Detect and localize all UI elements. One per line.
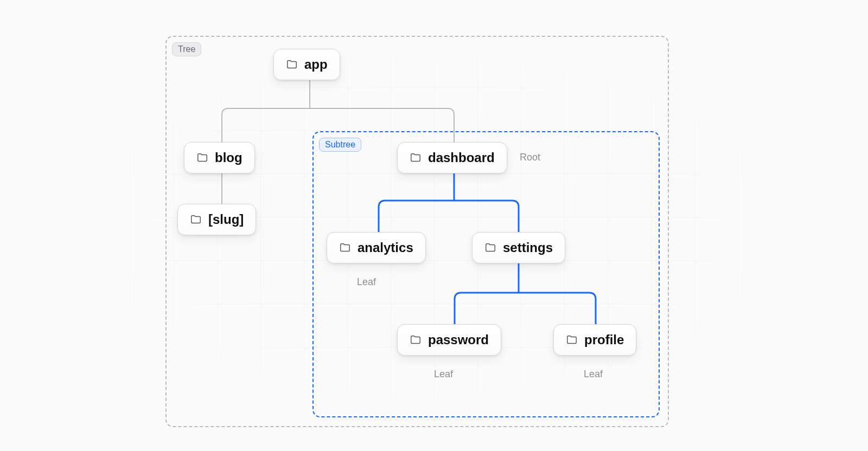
- node-label: dashboard: [428, 150, 495, 165]
- node-label: blog: [215, 150, 242, 165]
- annotation-leaf-analytics: Leaf: [357, 276, 376, 288]
- folder-icon: [196, 152, 208, 164]
- node-label: profile: [584, 332, 624, 347]
- node-password[interactable]: password: [397, 324, 501, 356]
- folder-icon: [190, 214, 202, 226]
- folder-icon: [410, 152, 422, 164]
- node-app[interactable]: app: [273, 49, 340, 80]
- node-slug[interactable]: [slug]: [177, 204, 256, 235]
- node-dashboard[interactable]: dashboard: [397, 142, 507, 173]
- node-profile[interactable]: profile: [553, 324, 636, 356]
- node-label: app: [304, 57, 328, 72]
- annotation-leaf-profile: Leaf: [584, 369, 603, 380]
- node-blog[interactable]: blog: [184, 142, 255, 173]
- node-label: [slug]: [208, 212, 244, 227]
- annotation-leaf-password: Leaf: [434, 369, 453, 380]
- node-label: password: [428, 332, 489, 347]
- node-analytics[interactable]: analytics: [327, 232, 426, 263]
- node-settings[interactable]: settings: [472, 232, 565, 263]
- connector-lines: [0, 0, 868, 451]
- node-label: analytics: [358, 240, 413, 255]
- folder-icon: [566, 334, 578, 346]
- annotation-root: Root: [520, 152, 540, 163]
- node-label: settings: [503, 240, 553, 255]
- diagram-canvas: Tree Subtree app blog [slug]: [0, 0, 868, 451]
- folder-icon: [410, 334, 422, 346]
- folder-icon: [484, 242, 496, 254]
- folder-icon: [339, 242, 351, 254]
- folder-icon: [286, 59, 298, 70]
